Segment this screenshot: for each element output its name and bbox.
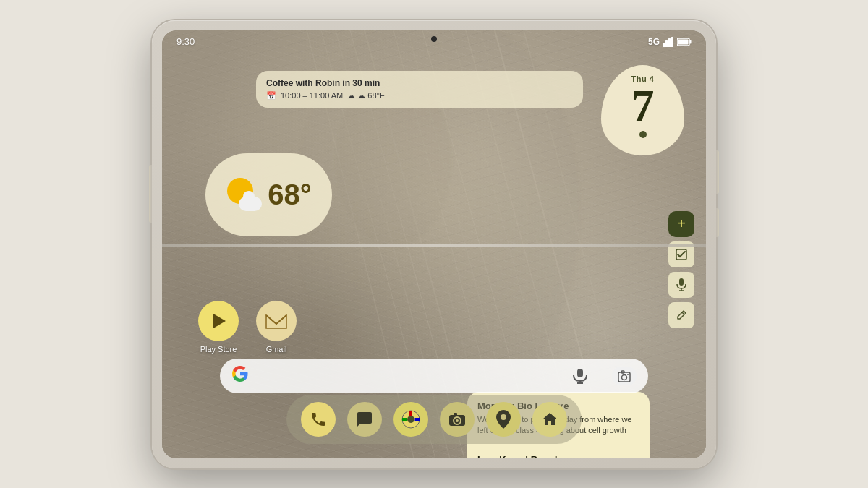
notes-mic-button[interactable]	[668, 272, 694, 298]
camera-icon	[618, 369, 631, 382]
calendar-number: 7	[631, 83, 655, 129]
svg-rect-23	[690, 40, 692, 43]
svg-rect-31	[577, 369, 583, 377]
notes-edit-button[interactable]	[668, 302, 694, 328]
event-weather: ☁ ☁ 68°F	[347, 91, 384, 100]
dock-phone-icon[interactable]	[301, 402, 336, 437]
status-time: 9:30	[176, 36, 195, 47]
lens-button[interactable]	[612, 367, 637, 385]
cloud-icon	[239, 197, 262, 211]
weather-icon	[226, 176, 262, 213]
dock-home-icon[interactable]	[532, 402, 567, 437]
app-icons-row: Play Store Gmail	[198, 301, 297, 354]
weather-temp: 68°	[268, 179, 312, 211]
volume-up-button[interactable]	[149, 165, 152, 223]
maps-icon	[496, 410, 511, 429]
phone-icon	[310, 411, 327, 428]
svg-marker-30	[213, 314, 226, 328]
svg-point-39	[407, 416, 414, 423]
google-logo-icon	[231, 365, 249, 382]
dock-maps-icon[interactable]	[486, 402, 521, 437]
svg-rect-20	[668, 38, 671, 47]
gmail-item[interactable]: Gmail	[256, 301, 297, 354]
device-screen: 9:30 5G	[162, 30, 706, 458]
event-title: Coffee with Robin in 30 min	[266, 78, 573, 88]
volume-button[interactable]	[716, 208, 719, 237]
svg-rect-43	[454, 413, 457, 416]
status-bar: 9:30 5G	[162, 30, 706, 53]
svg-point-44	[501, 414, 506, 420]
power-button[interactable]	[716, 150, 719, 194]
phone-chassis: 9:30 5G	[152, 20, 716, 468]
chrome-icon	[401, 410, 420, 429]
gmail-m-icon	[265, 312, 288, 330]
play-triangle-icon	[208, 311, 229, 331]
front-camera	[431, 36, 437, 42]
svg-rect-24	[678, 39, 689, 44]
play-store-label: Play Store	[200, 345, 237, 354]
dock-camera-icon[interactable]	[440, 402, 475, 437]
search-divider	[600, 367, 600, 385]
svg-line-29	[682, 312, 684, 314]
svg-point-42	[456, 419, 459, 422]
mic-icon	[676, 278, 686, 291]
signal-text: 5G	[648, 37, 660, 47]
battery-icon	[677, 38, 692, 46]
svg-rect-26	[679, 278, 684, 286]
svg-point-37	[627, 374, 629, 375]
signal-icon	[663, 37, 674, 47]
gmail-icon	[256, 301, 297, 341]
svg-rect-19	[665, 40, 668, 47]
svg-rect-21	[671, 37, 673, 47]
pencil-icon	[676, 309, 687, 320]
play-store-item[interactable]: Play Store	[198, 301, 239, 354]
calendar-icon: 📅	[266, 91, 276, 100]
device-frame: 9:30 5G	[152, 20, 716, 468]
app-dock	[286, 395, 582, 444]
checkmark-icon	[676, 249, 687, 260]
google-g-logo	[231, 365, 249, 387]
notes-container: Morning Bio Lecture We're going to pick …	[482, 211, 694, 328]
notes-actions: +	[668, 211, 694, 328]
event-details: 📅 10:00 – 11:00 AM ☁ ☁ 68°F	[266, 91, 573, 100]
status-icons: 5G	[648, 37, 692, 47]
fold-line	[162, 244, 706, 247]
gmail-label: Gmail	[266, 345, 287, 354]
notes-add-button[interactable]: +	[668, 211, 694, 237]
messages-icon	[356, 411, 373, 428]
svg-point-35	[622, 374, 627, 380]
dock-messages-icon[interactable]	[347, 402, 382, 437]
search-bar[interactable]	[220, 359, 648, 393]
search-mic-icon[interactable]	[572, 368, 588, 384]
event-time: 10:00 – 11:00 AM	[281, 91, 343, 100]
notes-title-2: Low-Knead Bread	[477, 454, 639, 458]
home-icon	[541, 411, 558, 428]
event-notification[interactable]: Coffee with Robin in 30 min 📅 10:00 – 11…	[256, 71, 583, 108]
calendar-dot	[639, 131, 647, 138]
play-store-icon	[198, 301, 239, 341]
camera2-icon	[448, 412, 466, 427]
weather-widget[interactable]: 68°	[205, 153, 332, 236]
dock-chrome-icon[interactable]	[393, 402, 428, 437]
svg-rect-18	[663, 43, 665, 47]
notes-item-2[interactable]: Low-Knead Bread 400g bread flour 8g salt	[467, 445, 650, 458]
